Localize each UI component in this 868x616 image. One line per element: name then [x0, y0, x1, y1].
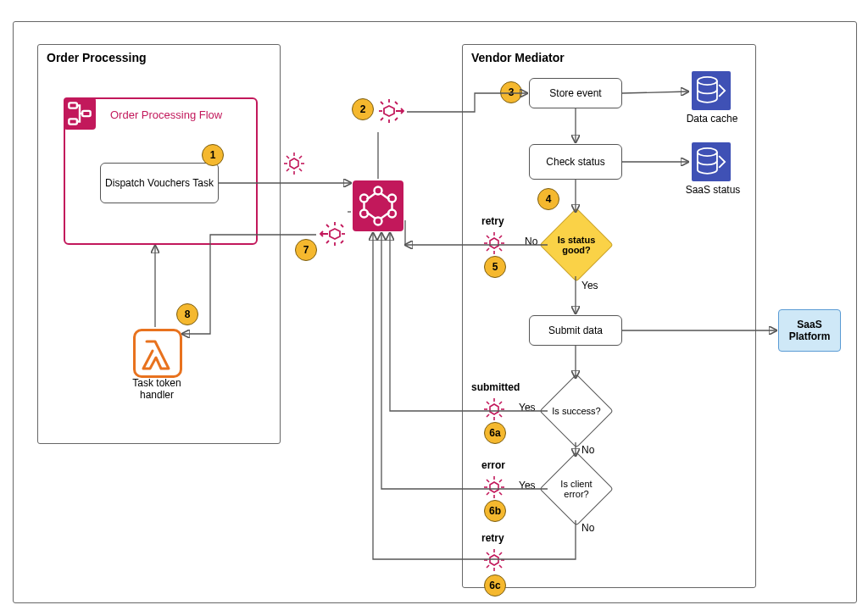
vendor-mediator-title: Vendor Mediator	[471, 51, 565, 64]
svg-line-24	[395, 102, 398, 104]
step-6a-badge: 6a	[484, 422, 506, 444]
step-6c-badge: 6c	[484, 574, 506, 597]
svg-marker-18	[384, 106, 394, 116]
svg-line-42	[487, 248, 489, 251]
svg-line-60	[487, 492, 489, 495]
svg-line-66	[487, 552, 489, 555]
order-processing-title: Order Processing	[47, 51, 147, 64]
svg-line-22	[381, 102, 383, 104]
svg-line-67	[499, 565, 502, 568]
diagram-canvas: Order Processing Vendor Mediator Order P…	[0, 0, 868, 616]
step-3-badge: 3	[500, 81, 522, 103]
svg-line-39	[487, 236, 489, 238]
svg-line-49	[499, 414, 502, 417]
step-1-badge: 1	[202, 144, 224, 166]
svg-line-23	[381, 118, 383, 120]
svg-line-59	[499, 480, 502, 482]
data-cache-label: Data cache	[682, 113, 742, 125]
svg-marker-9	[290, 158, 298, 169]
is-status-good-decision: Is status good?	[550, 219, 603, 271]
svg-line-68	[499, 552, 502, 555]
event-icon	[281, 151, 307, 176]
svg-line-69	[487, 565, 489, 568]
step-functions-badge-icon	[64, 97, 96, 130]
retry-label-2: retry	[481, 532, 504, 544]
submitted-label: submitted	[471, 381, 520, 393]
svg-marker-61	[490, 555, 498, 565]
svg-line-40	[499, 248, 502, 251]
event-icon	[481, 474, 507, 500]
svg-point-70	[698, 77, 717, 85]
submit-data-box: Submit data	[529, 315, 622, 346]
step-8-badge: 8	[176, 303, 198, 325]
event-icon	[481, 397, 507, 422]
svg-line-41	[499, 236, 502, 238]
svg-line-16	[299, 156, 302, 158]
event-icon	[481, 230, 507, 256]
dispatch-vouchers-task-box: Dispatch Vouchers Task	[100, 163, 219, 203]
event-icon	[481, 547, 507, 573]
retry-label: retry	[481, 215, 504, 227]
step-4-badge: 4	[537, 188, 559, 210]
step-5-badge: 5	[484, 256, 506, 278]
no-label-2: No	[581, 444, 594, 456]
saas-status-icon	[692, 142, 731, 181]
svg-line-15	[299, 169, 302, 171]
svg-line-48	[487, 402, 489, 404]
store-event-box: Store event	[529, 78, 622, 108]
rule-icon	[318, 220, 347, 249]
task-token-handler-label: Task token handler	[119, 377, 195, 401]
lambda-icon	[133, 329, 182, 378]
svg-line-50	[499, 402, 502, 404]
dispatch-vouchers-task-label: Dispatch Vouchers Task	[105, 177, 214, 189]
is-success-decision: Is success?	[550, 385, 603, 437]
svg-line-31	[341, 241, 343, 243]
svg-point-71	[698, 148, 717, 156]
saas-status-label: SaaS status	[680, 184, 746, 196]
yes-label-2: Yes	[519, 402, 536, 413]
saas-platform-box: SaaS Platform	[778, 309, 841, 352]
svg-rect-0	[69, 103, 77, 108]
step-6b-badge: 6b	[484, 500, 506, 522]
no-label: No	[525, 236, 537, 247]
no-label-3: No	[581, 522, 594, 534]
svg-marker-43	[490, 404, 498, 414]
data-cache-icon	[692, 71, 731, 110]
check-status-box: Check status	[529, 144, 622, 180]
rule-icon	[377, 97, 406, 126]
svg-rect-2	[82, 111, 91, 116]
svg-line-58	[499, 492, 502, 495]
svg-marker-34	[490, 238, 498, 248]
svg-line-30	[341, 225, 343, 227]
yes-label-3: Yes	[519, 480, 536, 491]
svg-line-17	[287, 169, 289, 171]
svg-line-51	[487, 414, 489, 417]
svg-line-33	[326, 241, 329, 243]
svg-line-25	[395, 118, 398, 120]
order-processing-flow-title: Order Processing Flow	[110, 108, 222, 121]
yes-label: Yes	[581, 280, 598, 291]
step-7-badge: 7	[295, 239, 317, 261]
error-label: error	[481, 459, 505, 471]
svg-marker-26	[330, 229, 340, 239]
svg-line-57	[487, 480, 489, 482]
is-client-error-decision: Is client error?	[550, 463, 603, 515]
step-2-badge: 2	[352, 98, 374, 120]
svg-marker-52	[490, 482, 498, 492]
eventbridge-bus-icon	[353, 180, 403, 231]
svg-line-14	[287, 156, 289, 158]
svg-rect-1	[69, 119, 77, 124]
svg-line-32	[326, 225, 329, 227]
